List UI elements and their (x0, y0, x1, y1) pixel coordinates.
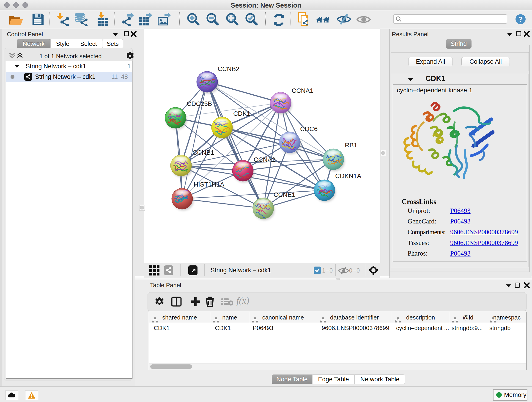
svg-text:CDKN1A: CDKN1A (335, 172, 361, 179)
svg-text:CCNB2: CCNB2 (218, 65, 239, 72)
svg-text:CDC25B: CDC25B (187, 100, 212, 107)
svg-text:CCNA1: CCNA1 (292, 87, 313, 94)
svg-text:CDC6: CDC6 (300, 125, 317, 133)
svg-text:CCNB1: CCNB1 (192, 149, 214, 156)
svg-text:CCNA2: CCNA2 (254, 156, 275, 163)
svg-text:CCNE1: CCNE1 (273, 191, 295, 198)
svg-text:CDK1: CDK1 (233, 110, 250, 117)
svg-text:HIST1H1A: HIST1H1A (194, 181, 224, 188)
svg-text:RB1: RB1 (345, 142, 357, 149)
